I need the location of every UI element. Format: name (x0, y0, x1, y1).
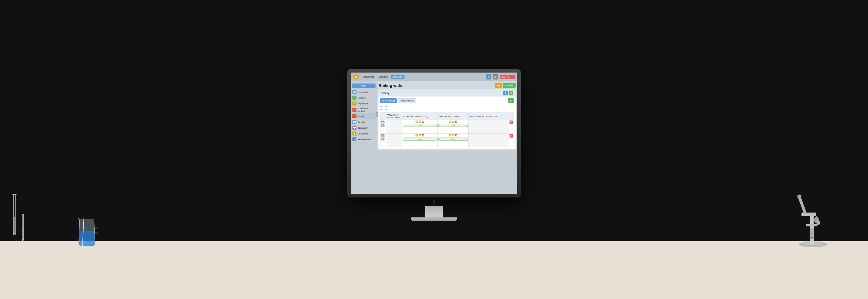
harm-textarea-2[interactable] (387, 134, 401, 146)
harm-cell-2[interactable] (386, 133, 402, 147)
more-options-button[interactable]: ••• (495, 83, 502, 88)
microscope (793, 191, 833, 250)
sidebar-item-reference[interactable]: 📚 Reference List (352, 136, 376, 142)
limit-textarea-2[interactable] (469, 134, 508, 146)
delete-cell-2: ✕ (509, 133, 514, 147)
main-header: Boiling water ••• Preview (378, 83, 516, 88)
top-nav: S Dashboard Classes Activities ? 🔔 Sign … (351, 73, 517, 81)
imac-stand-neck (425, 206, 443, 218)
level-radio-2-3[interactable] (455, 134, 458, 136)
level-cell-1: Clear (437, 120, 468, 133)
discussion-icon: 💬 (352, 126, 356, 130)
sidebar-label-conclusion: Conclusion (358, 132, 368, 135)
chance-radio-1-3[interactable] (422, 121, 424, 123)
chance-radios-2 (415, 134, 424, 136)
safety-icon: ⚠ (352, 114, 356, 118)
sidebar-label-safety: Safety (358, 115, 364, 118)
help-icon-btn[interactable]: ? (486, 74, 491, 79)
level-radio-1-2[interactable] (452, 121, 454, 123)
sign-out-label: Sign Out (501, 75, 510, 78)
test-tube-small (20, 214, 26, 250)
sidebar-item-introduction[interactable]: 📄 Introduction (352, 89, 376, 95)
col-header-level: Potential level of harm (437, 112, 468, 120)
row-up-1[interactable]: ▲ (381, 121, 384, 124)
sidebar-item-results[interactable]: 📊 Results (352, 119, 376, 125)
collapse-sidebar-btn[interactable]: ‹ (376, 112, 378, 117)
svg-rect-6 (23, 228, 23, 240)
level-radio-1-1[interactable] (449, 121, 451, 123)
materials-icon: 🧪 (352, 108, 356, 112)
level-radio-2-2[interactable] (452, 134, 454, 136)
delete-cell-1: ✕ (509, 120, 514, 133)
section-header-icons: ℹ 👁 (503, 91, 513, 95)
notification-icon-btn[interactable]: 🔔 (493, 74, 498, 79)
table-row: ▲ ▼ (380, 120, 514, 133)
reference-icon: 📚 (352, 137, 356, 141)
sidebar-label-introduction: Introduction (358, 91, 369, 93)
delete-row-2[interactable]: ✕ (509, 134, 513, 138)
svg-rect-7 (22, 214, 24, 215)
chance-radio-2-2[interactable] (418, 134, 421, 136)
level-radio-1-3[interactable] (455, 121, 458, 123)
sidebar-item-conclusion[interactable]: 📋 Conclusion (352, 131, 376, 136)
sidebar-label-materials: Materials & Method (358, 107, 375, 112)
chance-clear-2[interactable]: Clear (403, 138, 437, 140)
sidebar-item-hypothesis[interactable]: 💡 Hypothesis (352, 101, 376, 106)
level-radios-2 (449, 134, 458, 136)
lab-surface (0, 241, 868, 299)
section-header: Safety ℹ 👁 (378, 90, 516, 97)
svg-text:400: 400 (96, 232, 98, 234)
sign-out-button[interactable]: Sign Out → (500, 75, 515, 79)
preview-button[interactable]: Preview (503, 83, 516, 88)
add-title-link[interactable]: Add Title (380, 105, 514, 107)
chance-radio-1-1[interactable] (415, 121, 418, 123)
chance-radio-1-2[interactable] (418, 121, 421, 123)
conclusion-icon: 📋 (352, 132, 356, 136)
limit-cell-2[interactable] (469, 133, 509, 147)
page-title: Boiling water (378, 83, 404, 88)
level-cell-2: Clear (437, 133, 468, 147)
level-clear-2[interactable]: Clear (438, 138, 468, 140)
sidebar-item-purpose[interactable]: ✏ Purpose (352, 95, 376, 101)
delete-row-1[interactable]: ✕ (509, 121, 513, 124)
section-body: Lock Answer Reset Answer 👁 Add Title Add… (378, 97, 516, 149)
section-info-button[interactable]: ℹ (503, 91, 508, 95)
section-eye-button[interactable]: 👁 (509, 91, 513, 95)
svg-rect-27 (806, 224, 817, 226)
sidebar-item-safety[interactable]: ⚠ Safety (352, 113, 376, 119)
chance-clear-1[interactable]: Clear (403, 124, 437, 127)
introduction-icon: 📄 (352, 90, 356, 94)
nav-classes[interactable]: Classes (377, 75, 389, 79)
svg-rect-3 (12, 194, 17, 195)
main-content: Boiling water ••• Preview Safety (377, 81, 517, 151)
col-header-actions (380, 112, 386, 120)
reset-answer-button[interactable]: Reset Answer (398, 98, 416, 103)
chance-radio-2-1[interactable] (415, 134, 418, 136)
purpose-icon: ✏ (352, 96, 356, 100)
level-clear-1[interactable]: Clear (438, 124, 468, 127)
lock-answer-button[interactable]: Lock Answer (380, 98, 397, 103)
limit-textarea-1[interactable] (469, 121, 508, 132)
row-down-2[interactable]: ▼ (381, 138, 384, 140)
sidebar-label-reference: Reference List (358, 138, 372, 140)
sidebar-item-discussion[interactable]: 💬 Discussion (352, 125, 376, 131)
harm-textarea-1[interactable] (387, 121, 401, 132)
sidebar-label-hypothesis: Hypothesis (358, 102, 368, 105)
nav-activities[interactable]: Activities (391, 75, 404, 79)
level-radio-2-1[interactable] (449, 134, 451, 136)
row-up-2[interactable]: ▲ (381, 134, 384, 137)
svg-rect-2 (14, 217, 15, 234)
row-controls-1: ▲ ▼ (380, 120, 386, 133)
add-text-link[interactable]: Add Text (380, 108, 514, 111)
sidebar-item-materials[interactable]: 🧪 Materials & Method (352, 106, 376, 113)
row-down-1[interactable]: ▼ (381, 124, 384, 127)
visibility-button[interactable]: 👁 (508, 98, 514, 103)
harm-cell-1[interactable] (386, 120, 402, 133)
nav-dashboard[interactable]: Dashboard (361, 75, 376, 79)
back-button[interactable]: Back (352, 84, 376, 88)
sign-out-icon: → (511, 75, 513, 78)
limit-cell-1[interactable] (469, 120, 509, 133)
chance-radio-2-3[interactable] (422, 134, 424, 136)
svg-rect-23 (798, 197, 807, 214)
app-container: S Dashboard Classes Activities ? 🔔 Sign … (351, 73, 517, 194)
